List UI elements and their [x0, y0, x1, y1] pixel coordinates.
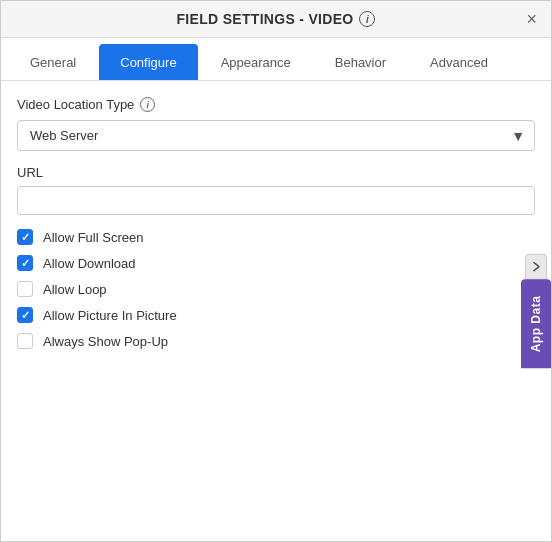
tab-advanced[interactable]: Advanced	[409, 44, 509, 80]
tab-general[interactable]: General	[9, 44, 97, 80]
app-data-panel: App Data	[521, 254, 551, 369]
tab-configure[interactable]: Configure	[99, 44, 197, 80]
video-location-type-select[interactable]: Web Server	[17, 120, 535, 151]
video-location-help-icon[interactable]: i	[140, 97, 155, 112]
video-location-type-label: Video Location Type i	[17, 97, 535, 112]
allow-loop-checkbox[interactable]	[17, 281, 33, 297]
tab-behavior[interactable]: Behavior	[314, 44, 407, 80]
modal: FIELD SETTINGS - VIDEO i × General Confi…	[0, 0, 552, 542]
allow-download-checkbox[interactable]	[17, 255, 33, 271]
modal-header: FIELD SETTINGS - VIDEO i ×	[1, 1, 551, 38]
tab-bar: General Configure Appearance Behavior Ad…	[1, 38, 551, 81]
always-show-popup-checkbox[interactable]	[17, 333, 33, 349]
configure-tab-content: Video Location Type i Web Server ▼ URL A…	[1, 81, 551, 541]
allow-full-screen-checkbox[interactable]	[17, 229, 33, 245]
always-show-popup-label: Always Show Pop-Up	[43, 334, 168, 349]
app-data-toggle-button[interactable]: App Data	[521, 280, 551, 369]
allow-download-label: Allow Download	[43, 256, 136, 271]
checkbox-row-always-show-popup: Always Show Pop-Up	[17, 333, 535, 349]
app-data-arrow[interactable]	[525, 254, 547, 280]
modal-title: FIELD SETTINGS - VIDEO	[177, 11, 354, 27]
tab-appearance[interactable]: Appearance	[200, 44, 312, 80]
allow-picture-in-picture-label: Allow Picture In Picture	[43, 308, 177, 323]
checkbox-row-allow-download: Allow Download	[17, 255, 535, 271]
chevron-right-icon	[530, 261, 542, 273]
url-input[interactable]	[17, 186, 535, 215]
url-label: URL	[17, 165, 535, 180]
allow-full-screen-label: Allow Full Screen	[43, 230, 143, 245]
allow-loop-label: Allow Loop	[43, 282, 107, 297]
checkbox-row-allow-loop: Allow Loop	[17, 281, 535, 297]
checkbox-row-allow-full-screen: Allow Full Screen	[17, 229, 535, 245]
checkbox-row-allow-picture-in-picture: Allow Picture In Picture	[17, 307, 535, 323]
info-icon[interactable]: i	[359, 11, 375, 27]
close-button[interactable]: ×	[526, 10, 537, 28]
allow-picture-in-picture-checkbox[interactable]	[17, 307, 33, 323]
video-location-type-wrapper: Web Server ▼	[17, 120, 535, 151]
